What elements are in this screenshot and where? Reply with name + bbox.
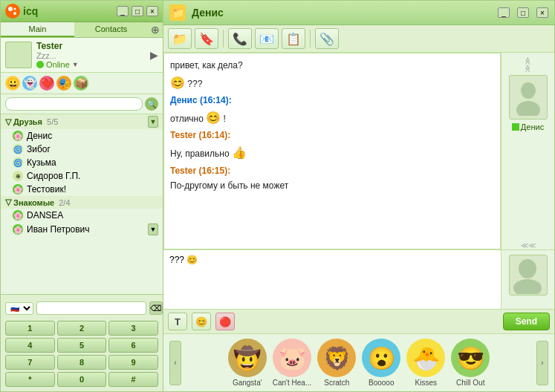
toolbar-clipboard[interactable]: 📋	[282, 28, 305, 49]
emot-chillout[interactable]: 😎 Chill Out	[451, 339, 490, 387]
contact-denis[interactable]: 🌸 Денис	[1, 129, 163, 143]
emot-booooo[interactable]: 😮 Booooo	[362, 339, 400, 387]
emot-heart[interactable]: ❤️	[39, 76, 54, 91]
search-button[interactable]: 🔍	[145, 97, 158, 111]
contact-name: Зибог	[27, 144, 51, 154]
dial-0[interactable]: 0	[57, 372, 107, 387]
msg-emoji: 😊	[170, 75, 185, 91]
search-input[interactable]	[5, 97, 143, 111]
msg-sender-denis: Денис (16:14):	[170, 95, 232, 105]
contact-avatar-large	[509, 75, 548, 120]
dial-5[interactable]: 5	[57, 338, 107, 353]
group-name-acquaintances: Знакомые	[13, 198, 54, 207]
svg-point-0	[8, 7, 13, 11]
chat-maximize[interactable]: □	[517, 7, 529, 18]
contacts-list: ▽ Друзья 5/5 ▼ 🌸 Денис 🌀 Зибог 🌀 Кузьма …	[1, 114, 163, 294]
search-bar: 🔍	[1, 94, 163, 114]
dial-6[interactable]: 6	[108, 338, 158, 353]
group-header-friends[interactable]: ▽ Друзья 5/5 ▼	[1, 114, 163, 129]
input-sidebar	[501, 250, 554, 309]
sidebar-expand-bottom[interactable]: ≪≪	[521, 241, 536, 249]
emot-booooo-label: Booooo	[369, 379, 394, 387]
contact-testovic[interactable]: 🌸 Тестовик!	[1, 183, 163, 196]
svg-point-2	[14, 8, 16, 10]
emot-scratch[interactable]: 🦁 Scratch	[317, 339, 356, 387]
toolbar-folder[interactable]: 📁	[168, 28, 192, 49]
record-button[interactable]: 🔴	[215, 313, 235, 330]
group-count-acquaintances: 2/4	[59, 198, 70, 207]
emot-kisses[interactable]: 🐣 Kisses	[406, 339, 445, 387]
avatar-silhouette	[513, 79, 543, 116]
tab-main[interactable]: Main	[1, 22, 74, 37]
emoji-picker-button[interactable]: 😊	[192, 313, 211, 330]
contact-kuzma[interactable]: 🌀 Кузьма	[1, 156, 163, 169]
emot-box[interactable]: 📦	[74, 76, 88, 91]
contact-name: Иван Петрович	[27, 224, 90, 235]
maximize-button[interactable]: □	[132, 6, 143, 16]
emot-panel-next[interactable]: ›	[536, 341, 548, 385]
dial-8[interactable]: 8	[57, 355, 107, 370]
message-3-text: отлично 😊 !	[170, 110, 494, 126]
contact-name: Сидоров Г.П.	[27, 171, 80, 181]
chat-messages: привет, как дела? 😊 ??? Денис (16:14): о…	[163, 53, 501, 249]
dial-star[interactable]: *	[5, 372, 55, 387]
country-select[interactable]: 🇷🇺 7	[5, 302, 33, 315]
contact-avatar-small	[509, 255, 548, 295]
contact-online-dot	[512, 123, 519, 131]
chat-close[interactable]: ×	[536, 7, 548, 18]
input-toolbar: T 😊 🔴 Send	[163, 309, 554, 333]
left-panel-scroll[interactable]: ⊕	[148, 22, 163, 37]
dial-9[interactable]: 9	[108, 355, 158, 370]
group-header-acquaintances[interactable]: ▽ Знакомые 2/4	[1, 196, 163, 209]
text-icon: T	[175, 316, 181, 327]
message-input[interactable]: ??? 😊	[163, 250, 501, 309]
message-4: Tester (16:14):	[170, 129, 494, 142]
dial-4[interactable]: 4	[5, 338, 55, 353]
dial-hash[interactable]: #	[108, 372, 158, 387]
app-title: icq	[23, 5, 38, 17]
close-button[interactable]: ×	[146, 6, 158, 16]
dial-1[interactable]: 1	[5, 321, 55, 336]
dial-2[interactable]: 2	[57, 321, 107, 336]
contact-dansea[interactable]: 🌸 DANSEA	[1, 209, 163, 222]
contact-name: Денис	[27, 131, 52, 141]
text-format-button[interactable]: T	[168, 313, 187, 330]
left-panel: icq _ □ × Main Contacts ⊕ Tester Zzz... …	[0, 0, 163, 392]
contact-ivan[interactable]: 🌸 Иван Петрович ▼	[1, 222, 163, 237]
user-status[interactable]: Online ▼	[36, 60, 146, 69]
emot-smiley[interactable]: 😀	[5, 76, 20, 91]
toolbar-separator-1	[223, 30, 224, 48]
dial-3[interactable]: 3	[108, 321, 158, 336]
sidebar-expand-top[interactable]: ≪≪	[524, 57, 532, 72]
message-1: привет, как дела?	[170, 59, 494, 72]
dialer-delete-button[interactable]: ⌫	[149, 301, 163, 315]
emot-canthear[interactable]: 🐷 Can't Hea...	[273, 339, 312, 387]
user-panel-scroll[interactable]: ▶	[150, 49, 158, 61]
icq-logo-icon	[5, 4, 20, 19]
contact-sidorov[interactable]: ⊕ Сидоров Г.П.	[1, 169, 163, 183]
minimize-button[interactable]: _	[117, 6, 129, 16]
emot-mask[interactable]: 🎭	[56, 76, 71, 91]
contact-dropdown[interactable]: ▼	[148, 223, 158, 235]
emot-gangsta[interactable]: 🤠 Gangsta'	[228, 339, 267, 387]
dialer-buttons: 1 2 3 4 5 6 7 8 9 * 0 #	[5, 321, 158, 387]
contact-name: Тестовик!	[27, 184, 66, 195]
status-dropdown-arrow[interactable]: ▼	[72, 61, 79, 68]
tab-contacts[interactable]: Contacts	[74, 22, 148, 37]
toolbar-phone[interactable]: 📞	[228, 28, 252, 49]
chat-minimize[interactable]: _	[498, 7, 510, 18]
chat-header: 📁 Денис _ □ ×	[163, 1, 554, 25]
toolbar-attach[interactable]: 📎	[315, 28, 339, 49]
contact-zibog[interactable]: 🌀 Зибог	[1, 143, 163, 156]
group-scroll-friends[interactable]: ▼	[148, 116, 158, 128]
toolbar-email[interactable]: 📧	[255, 28, 279, 49]
phone-input[interactable]	[36, 301, 146, 315]
contact-status-online: 🌸	[13, 131, 23, 141]
send-button[interactable]: Send	[503, 313, 550, 330]
input-area: ??? 😊	[163, 249, 554, 309]
emot-ghost[interactable]: 👻	[22, 76, 37, 91]
dial-7[interactable]: 7	[5, 355, 55, 370]
emot-panel-prev[interactable]: ‹	[169, 341, 181, 385]
contact-label: Денис	[521, 122, 544, 131]
toolbar-bookmark[interactable]: 🔖	[195, 28, 218, 49]
